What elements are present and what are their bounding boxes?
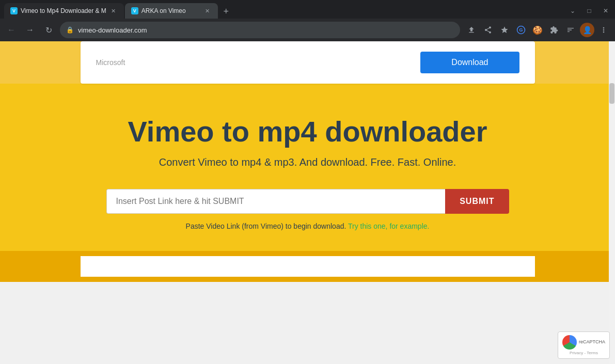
tab2-title: ARKA on Vimeo xyxy=(141,7,200,14)
video-url-input[interactable] xyxy=(106,189,446,214)
lock-icon: 🔒 xyxy=(66,26,74,34)
share-icon[interactable] xyxy=(481,23,495,37)
tab1-favicon: V xyxy=(10,7,18,14)
tab-vimeo-downloader[interactable]: V Vimeo to Mp4 Downloader & M ✕ xyxy=(4,3,124,19)
forward-button[interactable]: → xyxy=(23,23,37,37)
download-card: Microsoft Download xyxy=(81,41,535,84)
scrollbar[interactable] xyxy=(609,41,615,364)
profile-avatar[interactable]: 👤 xyxy=(580,23,594,37)
hint-link[interactable]: Try this one, for example. xyxy=(348,222,429,230)
download-button[interactable]: Download xyxy=(420,52,519,73)
recaptcha-badge: reCAPTCHA Privacy - Terms xyxy=(558,331,610,359)
address-bar: ← → ↻ 🔒 vimeo-downloader.com xyxy=(0,19,615,41)
provider-label: Microsoft xyxy=(96,58,125,67)
browser-chrome: V Vimeo to Mp4 Downloader & M ✕ V ARKA o… xyxy=(0,0,615,41)
cookie-icon[interactable]: 🍪 xyxy=(530,23,545,37)
tab2-favicon: V xyxy=(131,7,138,14)
hero-subtitle: Convert Vimeo to mp4 & mp3. And download… xyxy=(159,156,456,168)
scrollbar-thumb xyxy=(609,83,614,104)
window-controls: ⌄ □ ✕ xyxy=(567,6,611,16)
submit-button[interactable]: SUBMIT xyxy=(445,189,509,214)
extensions-icon[interactable] xyxy=(547,23,561,37)
privacy-link[interactable]: Privacy xyxy=(570,351,583,355)
maximize-button[interactable]: □ xyxy=(584,6,594,16)
hint-text-main: Paste Video Link (from Vimeo) to begin d… xyxy=(186,222,346,230)
top-card-section: Microsoft Download xyxy=(0,41,615,84)
minimize-button[interactable]: ⌄ xyxy=(567,6,578,16)
title-bar: V Vimeo to Mp4 Downloader & M ✕ V ARKA o… xyxy=(0,0,615,19)
sidebar-icon[interactable] xyxy=(563,23,578,37)
tab1-title: Vimeo to Mp4 Downloader & M xyxy=(21,7,106,14)
terms-link[interactable]: Terms xyxy=(587,351,598,355)
hero-title: Vimeo to mp4 downloader xyxy=(128,115,487,148)
reload-button[interactable]: ↻ xyxy=(41,23,56,37)
more-menu-icon[interactable] xyxy=(596,23,611,37)
bottom-card xyxy=(81,256,535,277)
tab2-close-button[interactable]: ✕ xyxy=(203,7,212,15)
new-tab-button[interactable]: + xyxy=(219,4,233,19)
url-text: vimeo-downloader.com xyxy=(78,26,147,34)
tab1-close-button[interactable]: ✕ xyxy=(109,7,118,15)
bookmark-star-icon[interactable] xyxy=(497,23,512,37)
url-bar[interactable]: 🔒 vimeo-downloader.com xyxy=(60,22,460,38)
close-button[interactable]: ✕ xyxy=(601,6,611,16)
back-button[interactable]: ← xyxy=(4,23,19,37)
google-icon[interactable]: G xyxy=(514,23,528,37)
page-content: Microsoft Download Vimeo to mp4 download… xyxy=(0,41,615,364)
recaptcha-links: Privacy - Terms xyxy=(570,351,598,355)
search-bar: SUBMIT xyxy=(106,189,509,214)
tab-arka-vimeo[interactable]: V ARKA on Vimeo ✕ xyxy=(125,3,218,19)
svg-text:G: G xyxy=(519,27,523,33)
main-section: Vimeo to mp4 downloader Convert Vimeo to… xyxy=(0,84,615,251)
card-container: Microsoft Download xyxy=(0,41,615,84)
hint-text: Paste Video Link (from Vimeo) to begin d… xyxy=(186,222,430,230)
tabs-area: V Vimeo to Mp4 Downloader & M ✕ V ARKA o… xyxy=(4,3,233,19)
bottom-section xyxy=(0,251,615,282)
upload-icon[interactable] xyxy=(464,23,479,37)
recaptcha-icon xyxy=(562,335,577,350)
recaptcha-text: reCAPTCHA xyxy=(579,339,605,345)
toolbar-icons: G 🍪 👤 xyxy=(464,23,611,37)
